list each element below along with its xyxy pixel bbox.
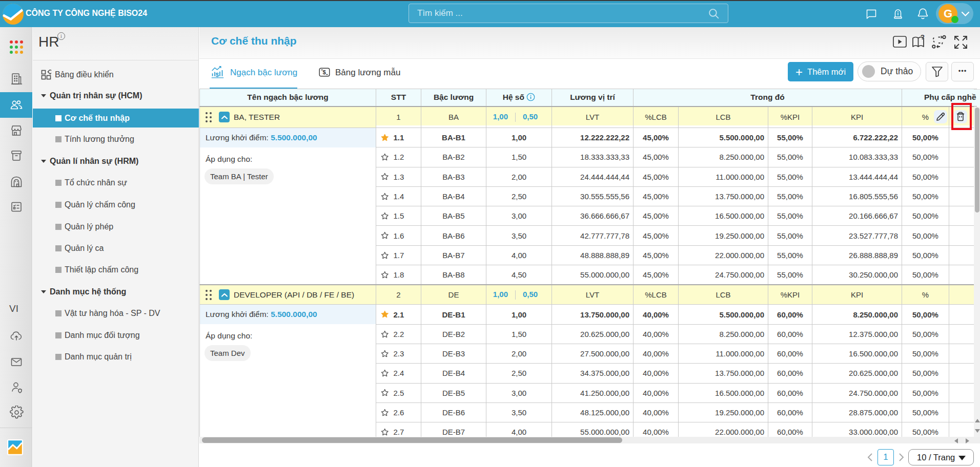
svg-text:$: $ [323, 69, 326, 75]
svg-text:?: ? [921, 34, 925, 41]
svg-text:$: $ [215, 71, 219, 78]
